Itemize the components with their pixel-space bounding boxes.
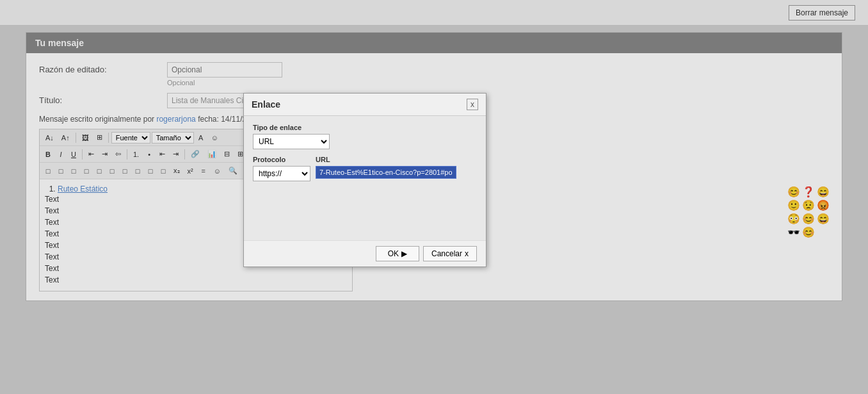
- protocolo-label: Protocolo: [253, 156, 310, 163]
- modal-title-bar: Enlace x: [244, 94, 486, 116]
- modal-spacer: [253, 181, 477, 233]
- tipo-enlace-select[interactable]: URL Email Anchor: [253, 134, 330, 149]
- modal-dialog: Enlace x Tipo de enlace URL Email Anchor…: [243, 93, 486, 267]
- cancel-x-icon: x: [465, 249, 469, 258]
- tipo-enlace-label: Tipo de enlace: [253, 124, 477, 131]
- modal-footer: OK ▶ Cancelar x: [244, 240, 486, 267]
- modal-overlay: Enlace x Tipo de enlace URL Email Anchor…: [0, 0, 868, 394]
- url-input[interactable]: [316, 166, 456, 179]
- modal-body: Tipo de enlace URL Email Anchor Protocol…: [244, 116, 486, 240]
- url-label: URL: [316, 156, 456, 163]
- ok-label: OK: [388, 249, 399, 258]
- protocolo-select[interactable]: https:// http:// ftp:// //: [253, 166, 310, 181]
- url-col: URL: [316, 156, 456, 179]
- modal-cancel-button[interactable]: Cancelar x: [423, 246, 477, 261]
- modal-ok-button[interactable]: OK ▶: [376, 246, 419, 261]
- modal-close-button[interactable]: x: [467, 99, 478, 110]
- ok-arrow-icon: ▶: [401, 249, 407, 258]
- cancel-label: Cancelar: [431, 249, 462, 258]
- modal-title: Enlace: [252, 99, 280, 110]
- protocolo-col: Protocolo https:// http:// ftp:// //: [253, 156, 310, 181]
- url-row: Protocolo https:// http:// ftp:// // URL: [253, 156, 477, 181]
